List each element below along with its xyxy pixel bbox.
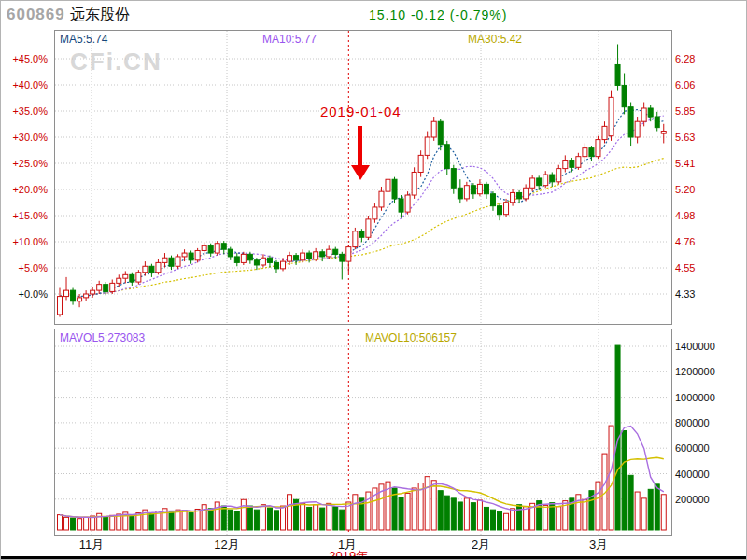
price-axis-label: 4.98 [675, 210, 695, 221]
event-annotation: 2019-01-04 [300, 104, 421, 119]
percent-axis-label: +5.0% [1, 262, 48, 273]
price-axis-label: 6.28 [675, 53, 695, 64]
volume-chart-pane[interactable] [54, 329, 672, 536]
bottom-border [1, 556, 747, 560]
volume-axis-label: 800000 [675, 417, 710, 428]
price-quote: 15.10 -0.12 (-0.79%) [369, 7, 507, 22]
percent-axis-label: +10.0% [1, 236, 48, 247]
volume-axis-label: 200000 [675, 494, 710, 505]
percent-axis-label: +20.0% [1, 184, 48, 195]
price-axis-label: 6.06 [675, 79, 695, 91]
volume-axis-label: 1200000 [675, 366, 715, 377]
price-axis-label: 5.85 [675, 105, 695, 117]
stock-name: 远东股份 [70, 6, 130, 25]
stock-code: 600869 [7, 6, 65, 24]
price-axis-label: 5.20 [675, 184, 695, 195]
volume-axis-label: 1000000 [675, 392, 715, 403]
percent-axis-label: +35.0% [1, 105, 48, 117]
percent-axis-label: +25.0% [1, 158, 48, 169]
month-label: 2月 [459, 537, 502, 553]
stock-chart-window: 600869 远东股份 15.10 -0.12 (-0.79%) CFi.CN … [0, 0, 747, 560]
percent-axis-label: +0.0% [1, 288, 48, 300]
price-axis-label: 5.41 [675, 158, 695, 169]
ma-label: MA5:5.74 [60, 33, 107, 46]
ma-label: MA10:5.77 [262, 33, 317, 46]
mavol-label: MAVOL5:273083 [60, 331, 145, 344]
percent-axis-label: +15.0% [1, 210, 48, 221]
price-axis-label: 4.76 [675, 236, 695, 247]
percent-axis-label: +30.0% [1, 132, 48, 143]
volume-axis-label: 400000 [675, 469, 710, 480]
down-arrow-icon [358, 126, 362, 165]
mavol-label: MAVOL10:506157 [365, 331, 457, 344]
month-label: 11月 [70, 537, 113, 553]
month-label: 12月 [205, 537, 248, 553]
volume-canvas[interactable] [55, 329, 671, 535]
month-label: 3月 [577, 537, 620, 553]
volume-axis-label: 1400000 [675, 341, 715, 352]
down-arrow-icon [351, 165, 370, 180]
price-axis-label: 4.33 [675, 288, 695, 300]
price-axis-label: 5.63 [675, 132, 695, 143]
volume-axis-label: 600000 [675, 442, 710, 454]
percent-axis-label: +45.0% [1, 53, 48, 64]
percent-axis-label: +40.0% [1, 79, 48, 91]
price-axis-label: 4.55 [675, 262, 695, 273]
ma-label: MA30:5.42 [468, 33, 522, 46]
